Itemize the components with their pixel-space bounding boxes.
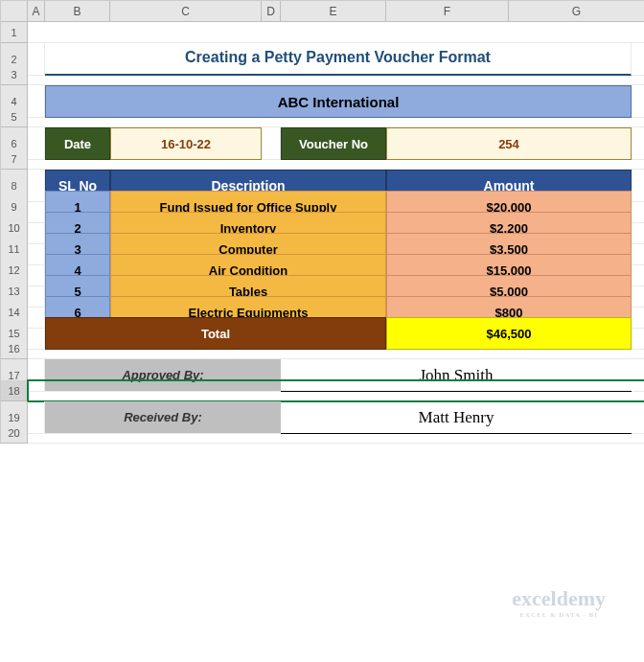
spreadsheet-grid: A B C D E F G 1 2 Creating a Petty Payme…: [0, 0, 644, 444]
row-header-16[interactable]: 16: [1, 338, 28, 359]
col-header-E[interactable]: E: [281, 1, 386, 22]
select-all-corner[interactable]: [1, 1, 28, 22]
row-header-18[interactable]: 18: [1, 380, 28, 401]
cell-blank-3[interactable]: [28, 64, 644, 85]
row-header-20[interactable]: 20: [1, 422, 28, 444]
row-header-7[interactable]: 7: [1, 148, 28, 170]
row-header-1[interactable]: 1: [1, 22, 28, 43]
cell-blank-16[interactable]: [28, 338, 644, 359]
selected-cell-A18[interactable]: [28, 380, 644, 401]
col-header-C[interactable]: C: [110, 1, 262, 22]
watermark-logo: exceldemy EXCEL & DATA - BI: [512, 586, 606, 619]
col-header-D[interactable]: D: [262, 1, 281, 22]
col-header-A[interactable]: A: [28, 1, 45, 22]
watermark-tagline: EXCEL & DATA - BI: [512, 611, 606, 619]
row-header-5[interactable]: 5: [1, 106, 28, 127]
watermark-brand: exceldemy: [512, 586, 606, 610]
cell-blank-5[interactable]: [28, 106, 644, 127]
col-header-F[interactable]: F: [386, 1, 509, 22]
col-header-G[interactable]: G: [509, 1, 644, 22]
row-header-3[interactable]: 3: [1, 64, 28, 85]
cell-blank[interactable]: [28, 22, 644, 43]
col-header-B[interactable]: B: [45, 1, 110, 22]
cell-blank-7[interactable]: [28, 148, 644, 170]
cell-blank-20[interactable]: [28, 422, 644, 444]
